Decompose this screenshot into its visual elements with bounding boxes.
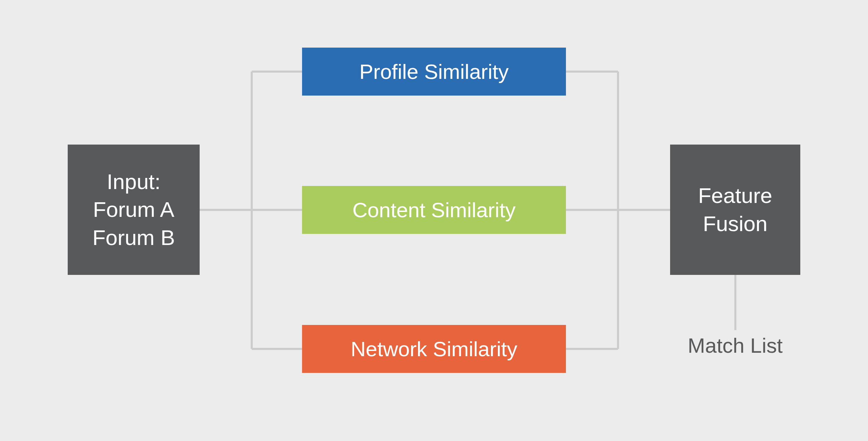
match-list-label: Match List <box>670 334 800 358</box>
input-box: Input: Forum A Forum B <box>68 145 200 275</box>
fusion-line1: Feature <box>698 182 773 210</box>
input-line2: Forum A <box>93 196 174 224</box>
feature-fusion-box: Feature Fusion <box>670 145 800 275</box>
network-similarity-box: Network Similarity <box>302 325 566 373</box>
network-label: Network Similarity <box>351 337 517 361</box>
input-line3: Forum B <box>92 224 175 252</box>
fusion-line2: Fusion <box>703 210 767 238</box>
profile-similarity-box: Profile Similarity <box>302 48 566 96</box>
content-label: Content Similarity <box>352 198 516 222</box>
content-similarity-box: Content Similarity <box>302 186 566 234</box>
pipeline-diagram: Input: Forum A Forum B Profile Similarit… <box>0 0 868 441</box>
input-line1: Input: <box>107 168 160 196</box>
profile-label: Profile Similarity <box>359 60 509 84</box>
